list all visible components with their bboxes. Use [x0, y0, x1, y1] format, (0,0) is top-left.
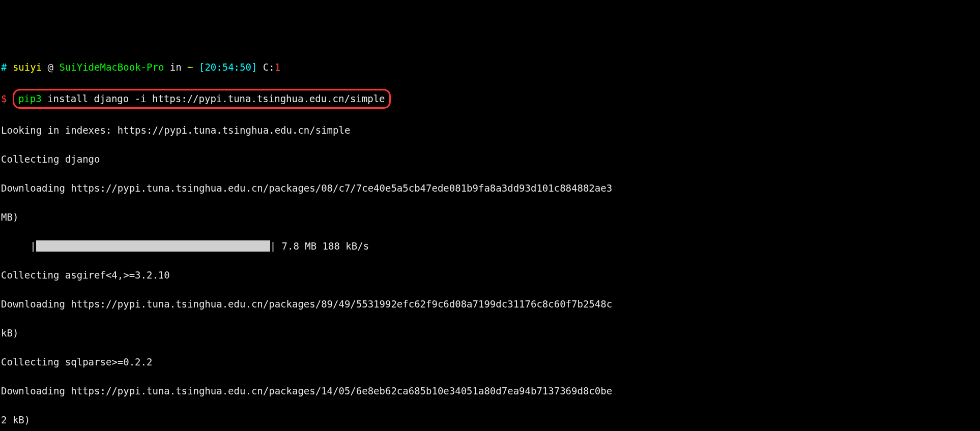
progress-stats: | 7.8 MB 188 kB/s [270, 239, 369, 254]
prompt-time: [20:54:50] [193, 61, 263, 73]
prompt-path: ~ [187, 61, 193, 73]
prompt-line-2[interactable]: $ pip3 install django -i https://pypi.tu… [1, 89, 979, 109]
command-highlight-box: pip3 install django -i https://pypi.tuna… [13, 89, 391, 109]
prompt-dollar: $ [1, 93, 13, 104]
output-collecting-sqlparse: Collecting sqlparse>=0.2.2 [1, 355, 979, 370]
output-kb-tail-1: kB) [1, 326, 979, 341]
output-download-django: Downloading https://pypi.tuna.tsinghua.e… [1, 181, 979, 196]
output-collecting-asgiref: Collecting asgiref<4,>=3.2.10 [1, 268, 979, 283]
output-download-sqlparse: Downloading https://pypi.tuna.tsinghua.e… [1, 384, 979, 398]
prompt-in: in [164, 61, 187, 73]
prompt-user: suiyi [13, 61, 42, 73]
prompt-at: @ [42, 61, 59, 73]
progress-pipe-left: | [1, 239, 36, 254]
prompt-host: SuiYideMacBook-Pro [59, 61, 164, 73]
command-pip3: pip3 [18, 93, 42, 104]
output-indexes: Looking in indexes: https://pypi.tuna.ts… [1, 123, 979, 138]
prompt-c-label: C: [263, 61, 275, 73]
prompt-hash: # [1, 61, 13, 73]
output-kb-tail-2: 2 kB) [1, 413, 979, 427]
progress-bar [36, 240, 270, 252]
output-collecting-django: Collecting django [1, 152, 979, 167]
prompt-line-1: # suiyi @ SuiYideMacBook-Pro in ~ [20:54… [1, 60, 979, 75]
command-args: install django -i https://pypi.tuna.tsin… [42, 93, 385, 104]
output-download-asgiref: Downloading https://pypi.tuna.tsinghua.e… [1, 297, 979, 312]
prompt-c-val: 1 [275, 61, 280, 73]
output-mb-tail: MB) [1, 210, 979, 225]
progress-row-django: || 7.8 MB 188 kB/s [1, 239, 979, 254]
